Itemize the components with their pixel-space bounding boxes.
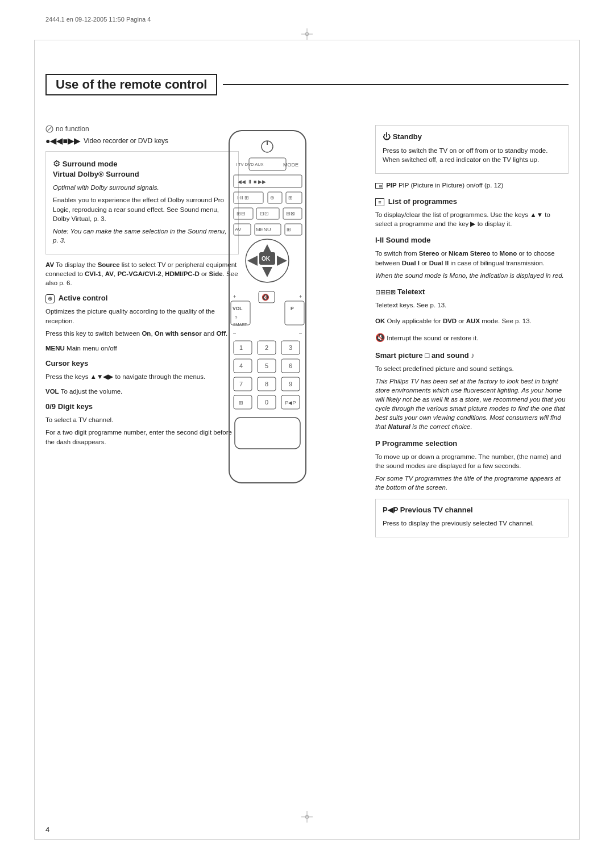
svg-rect-46 (285, 301, 304, 325)
svg-text:P◀P: P◀P (285, 400, 296, 406)
surround-title: ⚙ Surround mode Virtual Dolby® Surround (53, 157, 231, 180)
svg-text:–: – (233, 331, 236, 336)
previous-channel-text: Press to display the previously selected… (383, 519, 561, 528)
svg-text:VOL: VOL (233, 306, 242, 311)
teletext-section: ⊡⊞⊟⊠ Teletext Teletext keys. See p. 13. (375, 287, 569, 310)
av-text: AV To display the Source list to select … (45, 260, 239, 287)
svg-text:⊞: ⊞ (287, 227, 291, 232)
video-keys-icons: ●◀◀■▶▶ (45, 136, 80, 145)
svg-text:7: 7 (239, 381, 242, 387)
svg-text:⊞: ⊞ (239, 400, 243, 406)
sound-mode-text1: To switch from Stereo or Nicam Stereo to… (375, 249, 569, 267)
svg-marker-32 (262, 267, 272, 277)
pip-text: PIP PIP (Picture in Picture) on/off (p. … (375, 181, 569, 190)
list-programmes-title: ≡ List of programmes (375, 197, 569, 207)
left-column: no function ●◀◀■▶▶ Video recorder or DVD… (45, 125, 239, 452)
programme-selection-italic: For some TV programmes the title of the … (375, 474, 569, 492)
svg-text:MODE: MODE (283, 162, 298, 168)
svg-text:4: 4 (239, 362, 242, 369)
surround-italic1: Optimal with Dolby surround signals. (53, 183, 231, 192)
active-control-text2: Press this key to switch between On, On … (45, 329, 239, 338)
svg-text:8: 8 (264, 381, 268, 387)
svg-rect-42 (231, 301, 250, 325)
svg-text:P: P (291, 306, 294, 311)
svg-text:5: 5 (264, 362, 268, 369)
mute-section: 🔇 Interrupt the sound or restore it. (375, 332, 569, 344)
programme-selection-section: P Programme selection To move up or down… (375, 439, 569, 493)
svg-text:6: 6 (288, 362, 292, 369)
vol-text: VOL To adjust the volume. (45, 387, 239, 396)
remote-control-diagram: MODE I TV DVD AUX ◀◀ ⏸ ■ ▶▶ I-II ⊞ ⊕ ⊞ ⊞… (210, 125, 324, 511)
video-keys: ●◀◀■▶▶ Video recorder or DVD keys (45, 136, 239, 145)
svg-text:⊞⊠: ⊞⊠ (286, 211, 295, 216)
standby-box: ⏻ Standby Press to switch the TV on or o… (375, 125, 569, 174)
smart-picture-section: Smart picture □ and sound ♪ To select pr… (375, 350, 569, 432)
svg-marker-33 (247, 256, 258, 266)
active-control-text1: Optimizes the picture quality according … (45, 307, 239, 325)
no-function-label: no function (45, 125, 239, 133)
surround-box: ⚙ Surround mode Virtual Dolby® Surround … (45, 151, 239, 254)
svg-text:AV: AV (235, 227, 241, 232)
right-column: ⏻ Standby Press to switch the TV on or o… (375, 125, 569, 543)
digit-keys-text1: To select a TV channel. (45, 415, 239, 424)
sound-mode-italic: When the sound mode is Mono, the indicat… (375, 271, 569, 280)
av-section: AV To display the Source list to select … (45, 260, 239, 287)
svg-text:◀◀   ⏸   ■   ▶▶: ◀◀ ⏸ ■ ▶▶ (238, 179, 266, 185)
mute-icon: 🔇 (375, 333, 385, 342)
crosshair-top (301, 28, 313, 40)
svg-text:1: 1 (239, 344, 242, 351)
sound-mode-section: I-II Sound mode To switch from Stereo or… (375, 235, 569, 279)
page-title: Use of the remote control (45, 74, 217, 95)
smart-picture-italic: This Philips TV has been set at the fact… (375, 377, 569, 432)
ok-section: OK Only applicable for DVD or AUX mode. … (375, 316, 569, 326)
surround-italic2: Note: You can make the same selection in… (53, 227, 231, 245)
svg-text:SMART: SMART (233, 323, 247, 327)
standby-text: Press to switch the TV on or off from or… (383, 146, 561, 164)
standby-title: ⏻ Standby (383, 131, 561, 143)
svg-text:MENU: MENU (256, 227, 271, 232)
menu-section: MENU Main menu on/off (45, 344, 239, 353)
surround-icon: ⚙ (53, 158, 60, 168)
svg-text:0: 0 (264, 399, 268, 406)
svg-text:2: 2 (264, 344, 268, 351)
teletext-text: Teletext keys. See p. 13. (375, 301, 569, 310)
list-icon: ≡ (375, 198, 384, 206)
list-programmes-section: ≡ List of programmes To display/clear th… (375, 197, 569, 228)
digit-keys-title: 0/9 Digit keys (45, 402, 239, 412)
cursor-keys-text: Press the keys ▲▼◀▶ to navigate through … (45, 372, 239, 381)
active-control-section: ⊕ Active control Optimizes the picture q… (45, 293, 239, 337)
list-programmes-text: To display/clear the list of programmes.… (375, 210, 569, 228)
svg-text:⊕: ⊕ (270, 195, 275, 201)
svg-text:🔇: 🔇 (262, 293, 269, 301)
sound-mode-title: I-II Sound mode (375, 235, 569, 245)
page-number: 4 (45, 825, 49, 834)
cursor-keys-section: Cursor keys Press the keys ▲▼◀▶ to navig… (45, 358, 239, 381)
svg-text:3: 3 (288, 344, 292, 351)
svg-text:–: – (299, 331, 302, 336)
previous-channel-section: P◀P Previous TV channel Press to display… (375, 499, 569, 537)
svg-text:⊞: ⊞ (288, 195, 293, 201)
teletext-title: ⊡⊞⊟⊠ Teletext (375, 287, 569, 297)
svg-marker-34 (277, 256, 287, 266)
active-control-title: ⊕ Active control (45, 293, 239, 303)
svg-text:+: + (299, 294, 302, 299)
digit-keys-section: 0/9 Digit keys To select a TV channel. F… (45, 402, 239, 446)
svg-text:I-II  ⊞: I-II ⊞ (237, 195, 249, 201)
digit-keys-text2: For a two digit programme number, enter … (45, 428, 239, 446)
vol-section: VOL To adjust the volume. (45, 387, 239, 396)
teletext-icons: ⊡⊞⊟⊠ (375, 289, 397, 295)
svg-text:OK: OK (262, 256, 271, 262)
active-control-icon: ⊕ (45, 294, 55, 303)
svg-text:9: 9 (288, 381, 292, 387)
svg-text:+: + (233, 294, 236, 299)
svg-text:⊡⊡: ⊡⊡ (260, 211, 269, 216)
previous-channel-title: P◀P Previous TV channel (383, 505, 561, 515)
ok-text: OK Only applicable for DVD or AUX mode. … (375, 316, 569, 326)
programme-selection-text1: To move up or down a programme. The numb… (375, 452, 569, 470)
page-header: 2444.1 en 09-12-2005 11:50 Pagina 4 (45, 16, 151, 23)
mute-text: 🔇 Interrupt the sound or restore it. (375, 332, 569, 344)
header-meta: 2444.1 en 09-12-2005 11:50 Pagina 4 (45, 16, 151, 23)
pip-section: PIP PIP (Picture in Picture) on/off (p. … (375, 181, 569, 190)
svg-line-4 (48, 127, 51, 131)
pip-icon (375, 183, 383, 189)
